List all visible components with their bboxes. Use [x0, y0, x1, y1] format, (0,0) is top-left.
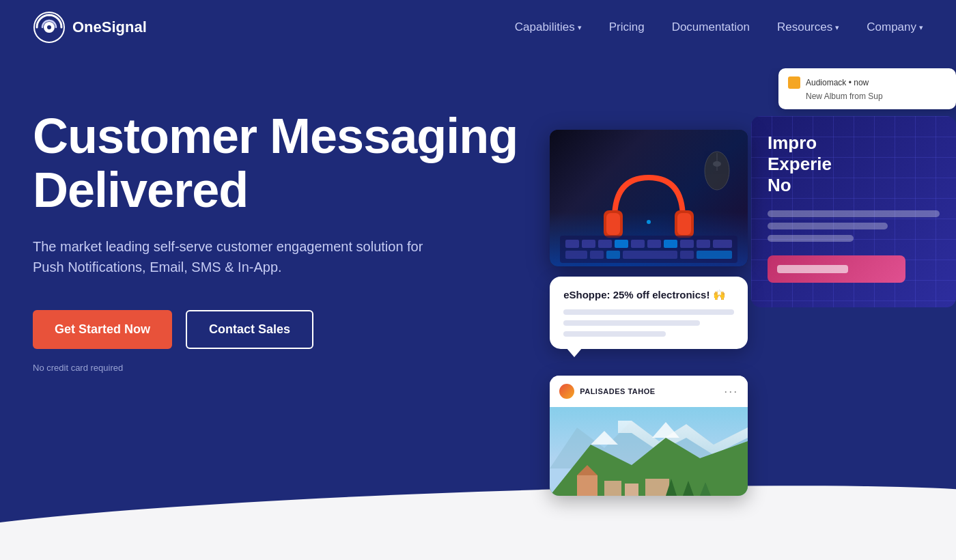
svg-rect-6: [677, 213, 691, 235]
push-notification-title: eShoppe: 25% off electronics! 🙌: [563, 289, 734, 301]
keyboard-icon: [560, 236, 737, 263]
hero-buttons: Get Started Now Contact Sales: [33, 310, 522, 349]
message-line-2: [563, 320, 700, 326]
svg-rect-24: [697, 251, 732, 259]
svg-rect-32: [577, 475, 598, 496]
svg-rect-21: [606, 251, 620, 259]
more-options-icon[interactable]: ···: [724, 384, 738, 399]
gaming-image: [550, 130, 748, 266]
palisades-card: PALISADES TAHOE ···: [550, 376, 748, 496]
contact-sales-button[interactable]: Contact Sales: [186, 310, 313, 349]
svg-rect-16: [680, 240, 694, 248]
nav-item-resources[interactable]: Resources ▾: [777, 20, 839, 34]
nav-item-pricing[interactable]: Pricing: [609, 20, 645, 34]
headphones-icon: [594, 164, 703, 246]
mountain-landscape: [550, 407, 748, 496]
palisades-logo-icon: [559, 384, 574, 399]
hero-visuals: eShoppe: 25% off electronics! 🙌 PALISADE…: [522, 96, 923, 505]
hero-note: No credit card required: [33, 363, 522, 373]
nav-link-capabilities[interactable]: Capabilities ▾: [515, 20, 582, 34]
nav-link-company[interactable]: Company ▾: [867, 20, 923, 34]
palisades-brand-name: PALISADES TAHOE: [580, 387, 655, 395]
chevron-down-icon: ▾: [835, 23, 839, 32]
logo[interactable]: OneSignal: [33, 11, 147, 44]
chevron-down-icon: ▾: [578, 23, 582, 32]
palisades-header: PALISADES TAHOE ···: [550, 376, 748, 407]
svg-rect-9: [565, 240, 579, 248]
nav-item-documentation[interactable]: Documentation: [672, 20, 750, 34]
svg-rect-23: [680, 251, 694, 259]
chevron-down-icon: ▾: [919, 23, 923, 32]
palisades-image: [550, 407, 748, 496]
nav-links: Capabilities ▾ Pricing Documentation Res…: [515, 20, 923, 34]
notification-header: Audiomack • now: [788, 76, 946, 89]
svg-rect-14: [647, 240, 661, 248]
palisades-logo: PALISADES TAHOE: [559, 384, 655, 399]
navbar: OneSignal Capabilities ▾ Pricing Documen…: [0, 0, 956, 55]
svg-rect-12: [615, 240, 628, 248]
hero-title: Customer Messaging Delivered: [33, 109, 522, 217]
notification-app-name: Audiomack • now: [806, 78, 869, 87]
gaming-card: [550, 130, 748, 266]
onesignal-logo-icon: [33, 11, 66, 44]
audiomack-icon: [788, 76, 800, 89]
message-line-1: [563, 309, 734, 315]
svg-point-7: [647, 220, 651, 224]
logo-wordmark: OneSignal: [72, 18, 147, 36]
svg-rect-15: [664, 240, 677, 248]
svg-rect-17: [697, 240, 710, 248]
message-lines: [563, 309, 734, 337]
nav-item-company[interactable]: Company ▾: [867, 20, 923, 34]
nav-link-documentation[interactable]: Documentation: [672, 20, 750, 34]
svg-rect-19: [565, 251, 587, 259]
push-notification-bubble: eShoppe: 25% off electronics! 🙌: [550, 277, 748, 349]
svg-rect-20: [590, 251, 604, 259]
svg-point-27: [713, 161, 721, 167]
svg-rect-18: [713, 240, 732, 248]
svg-point-2: [47, 25, 51, 29]
get-started-button[interactable]: Get Started Now: [33, 310, 172, 349]
svg-rect-10: [582, 240, 595, 248]
svg-rect-4: [606, 213, 620, 235]
hero-section: Customer Messaging Delivered The market …: [0, 55, 956, 560]
svg-rect-11: [598, 240, 612, 248]
mouse-icon: [700, 143, 734, 191]
nav-link-resources[interactable]: Resources ▾: [777, 20, 839, 34]
nav-item-capabilities[interactable]: Capabilities ▾: [515, 20, 582, 34]
message-line-3: [563, 331, 666, 337]
svg-rect-13: [631, 240, 645, 248]
nav-link-pricing[interactable]: Pricing: [609, 20, 645, 34]
hero-content: Customer Messaging Delivered The market …: [33, 96, 522, 373]
svg-rect-35: [625, 484, 638, 496]
hero-subtitle: The market leading self-serve customer e…: [33, 236, 442, 277]
svg-rect-34: [604, 481, 621, 496]
svg-rect-36: [645, 479, 669, 496]
svg-rect-22: [623, 251, 677, 259]
